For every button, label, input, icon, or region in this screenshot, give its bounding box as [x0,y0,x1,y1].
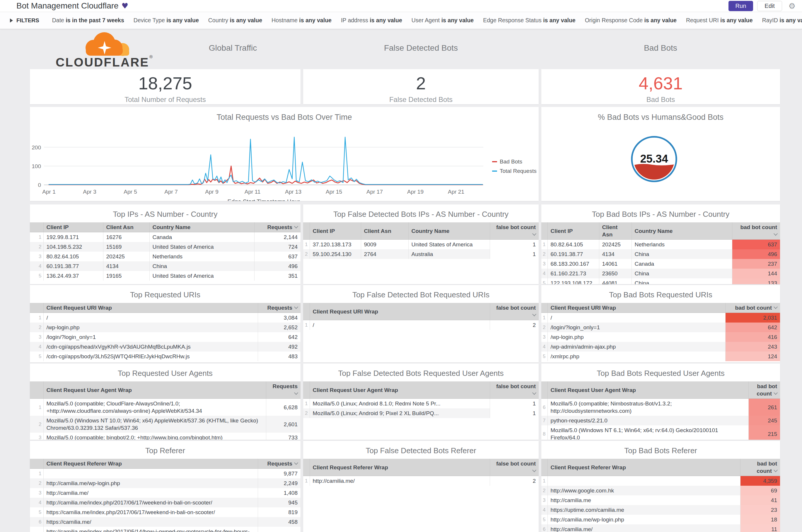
registered-mark: ® [149,54,153,59]
filter-item[interactable]: Hostname is any value [271,17,331,23]
row-number: 2 [541,486,548,495]
table-row: 6Mozilla/5.0 (compatible; Nimbostratus-B… [541,399,780,416]
row-number: 1 [303,476,310,486]
sortable-column-header[interactable]: Requests [258,303,301,313]
svg-text:Apr 11: Apr 11 [245,189,261,195]
column-header: Client Asn [361,222,408,240]
gauge-panel[interactable]: % Bad Bots vs Humans&Good Bots 25.34 [541,107,780,201]
filters-expand-icon[interactable] [10,18,13,22]
kpi-label: Bad Bots [541,95,780,104]
dashboard-title: Bot Management Cloudflare [16,1,119,11]
legend-item[interactable]: Total Requests [492,168,537,174]
section-header-bad-bots: Bad Bots [567,43,754,53]
table-row: 461.160.221.7323650China144 [541,269,780,278]
value-cell: 4,359 [740,476,780,486]
sortable-column-header[interactable]: false bot count [490,459,539,476]
row-number: 7 [30,527,43,532]
kpi-false-detected-bots: 2 False Detected Bots [303,69,539,104]
bad-referer-table: Client Request Referer Wrapbad bot count… [541,459,780,532]
sortable-column-header[interactable]: Requests [258,459,301,469]
data-cell: /wp-admin/admin-ajax.php [548,342,725,352]
row-number: 4 [541,505,548,515]
panel-title: Top False Detected Bots Requested User A… [306,369,536,378]
data-cell: 44081 [599,278,631,284]
value-cell: 144 [732,269,780,278]
false-ips-table: Client IPClient AsnCountry Namefalse bot… [303,222,539,259]
filter-item[interactable]: IP address is any value [341,17,402,23]
value-cell: 1 [490,240,539,250]
column-header [303,381,310,399]
data-cell: 4134 [599,249,631,259]
panel-false-user-agents: Top False Detected Bots Requested User A… [303,364,539,440]
filter-item[interactable]: Date is in the past 7 weeks [52,17,124,23]
table-row: 3/wp-login.php416 [541,332,780,342]
timeseries-chart-panel[interactable]: Total Requests vs Bad Bots Over Time 010… [30,107,539,201]
data-cell: 202425 [103,252,149,261]
svg-text:200: 200 [32,145,41,151]
data-cell: 15169 [103,242,149,252]
false-uris-table: Client Request URI Wrapfalse bot count1/… [303,303,539,330]
sort-desc-icon [294,224,298,228]
table-row: 368.183.200.16714061Canada237 [541,259,780,269]
run-button[interactable]: Run [728,1,753,11]
filter-item[interactable]: Country is any value [208,17,262,23]
table-row: 2Mozilla/5.0 (Windows NT 10.0; Win64; x6… [30,416,301,433]
gauge-fill [632,164,676,180]
data-cell: 68.183.200.167 [548,259,599,269]
column-header: Client Asn [103,222,149,232]
row-number: 1 [541,313,548,323]
gear-icon[interactable]: ⚙ [788,1,796,11]
data-cell: China [631,269,732,278]
column-header: Client Request User Agent Wrap [43,381,266,399]
data-cell: /wp-login.php [43,323,258,332]
panel-title: Top Bad Bots Requested URIs [544,290,777,299]
sortable-column-header[interactable]: bad bot count [732,222,780,240]
sortable-column-header[interactable]: Requests [254,222,301,232]
filter-item[interactable]: Origin Response Code is any value [585,17,676,23]
data-cell: Mozilla/5.0 (Linux; Android 8.1.0; Redmi… [310,399,490,408]
sortable-column-header[interactable]: false bot count [490,381,539,399]
value-cell: 733 [266,433,301,440]
legend-item[interactable]: Bad Bots [492,158,537,165]
svg-text:Apr 5: Apr 5 [123,189,137,195]
sortable-column-header[interactable]: Requests [266,381,301,399]
value-cell: 261 [748,399,780,416]
row-number: 6 [541,525,548,532]
sortable-column-header[interactable]: false bot count [490,303,539,320]
panel-title: Top False Detected Bots IPs - AS Number … [306,210,536,219]
value-cell: 637 [732,240,780,250]
column-header [541,381,548,399]
table-row: 2Mozilla/5.0 (Linux; Android 9; Pixel 2 … [303,408,539,418]
value-cell: 133 [732,278,780,284]
sortable-column-header[interactable]: false bot count [490,222,539,240]
panel-title: Top False Detected Bots Referer [306,446,536,455]
data-cell: 16276 [103,232,149,242]
data-cell: Mozilla/5.0 (compatible; CloudFlare-Alwa… [43,399,266,416]
filters-label[interactable]: FILTERS [16,17,39,24]
edit-button[interactable]: Edit [757,1,782,11]
sortable-column-header[interactable]: bad bot count [740,459,780,476]
data-cell: /login/?login_only=1 [43,332,258,342]
row-number: 3 [30,252,43,261]
svg-text:Apr 21: Apr 21 [448,189,464,195]
filter-item[interactable]: Edge Response Status is any value [483,17,575,23]
legend-swatch [492,171,497,172]
sortable-column-header[interactable]: bad bot count [748,381,780,399]
data-cell: 122.193.108.172 [548,278,599,284]
value-cell: 496 [254,261,301,271]
data-cell: United States of America [408,240,490,250]
gauge-value: 25.34 [640,153,668,165]
table-row: 2http://camilia.me/wp-login.php2,249 [30,478,301,488]
table-row: 1http://camilia.me/2 [303,476,539,486]
sortable-column-header[interactable]: bad bot count [725,303,780,313]
filter-item[interactable]: Device Type is any value [134,17,199,23]
filter-item[interactable]: RayID is any value [762,17,802,23]
filter-item[interactable]: Request URI is any value [686,17,753,23]
table-row: 7python-requests/2.21.0245 [541,416,780,425]
table-row: 2http://www.google.com.hk69 [541,486,780,495]
value-cell: 243 [725,342,780,352]
filter-item[interactable]: User Agent is any value [412,17,474,23]
sort-desc-icon [774,468,778,472]
value-cell: 492 [258,342,301,352]
bad-user-agents-table: Client Request User Agent Wrapbad bot co… [541,381,780,440]
